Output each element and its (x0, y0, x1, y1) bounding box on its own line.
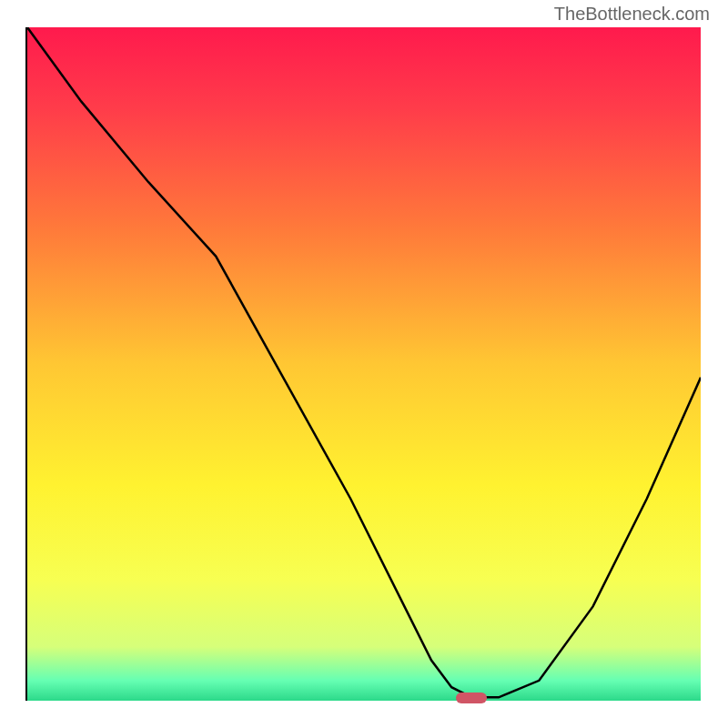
optimal-marker (456, 693, 487, 703)
bottleneck-curve (27, 27, 701, 701)
chart-area (27, 27, 701, 701)
watermark-text: TheBottleneck.com (554, 4, 710, 25)
